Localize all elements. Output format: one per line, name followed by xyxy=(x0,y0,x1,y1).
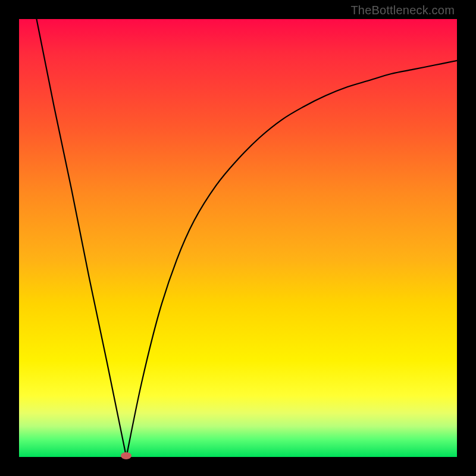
curve-right-branch xyxy=(126,61,457,457)
minimum-marker xyxy=(121,452,131,459)
attribution-label: TheBottleneck.com xyxy=(350,4,455,17)
bottleneck-curve xyxy=(19,19,457,457)
chart-frame: TheBottleneck.com xyxy=(0,0,476,476)
curve-left-branch xyxy=(36,19,126,457)
plot-area xyxy=(19,19,457,457)
